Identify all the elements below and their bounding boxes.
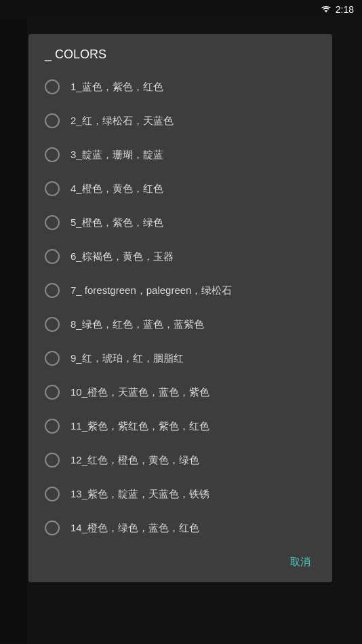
radio-button: [45, 453, 60, 468]
radio-button: [45, 79, 60, 94]
color-item[interactable]: 14_橙色，绿色，蓝色，红色: [28, 511, 332, 545]
radio-button: [45, 520, 60, 535]
color-label: 13_紫色，靛蓝，天蓝色，铁锈: [71, 488, 209, 501]
color-item[interactable]: 10_橙色，天蓝色，蓝色，紫色: [28, 375, 332, 409]
dialog-title: _ COLORS: [28, 34, 332, 70]
color-label: 6_棕褐色，黄色，玉器: [71, 250, 174, 263]
color-label: 14_橙色，绿色，蓝色，红色: [71, 522, 199, 535]
radio-button: [45, 419, 60, 434]
wifi-icon: [321, 5, 331, 14]
radio-button: [45, 181, 60, 196]
radio-button: [45, 283, 60, 298]
radio-button: [45, 487, 60, 501]
color-item[interactable]: 11_紫色，紫红色，紫色，红色: [28, 409, 332, 443]
color-label: 9_红，琥珀，红，胭脂红: [71, 352, 184, 365]
color-label: 10_橙色，天蓝色，蓝色，紫色: [71, 386, 209, 399]
color-item[interactable]: 9_红，琥珀，红，胭脂红: [28, 341, 332, 375]
dialog-footer: 取消: [28, 545, 332, 582]
radio-button: [45, 317, 60, 332]
color-item[interactable]: 12_红色，橙色，黄色，绿色: [28, 443, 332, 477]
color-item[interactable]: 2_红，绿松石，天蓝色: [28, 104, 332, 138]
color-label: 4_橙色，黄色，红色: [71, 183, 163, 195]
color-item[interactable]: 7_ forestgreen，palegreen，绿松石: [28, 273, 332, 307]
color-item[interactable]: 6_棕褐色，黄色，玉器: [28, 240, 332, 273]
color-item[interactable]: 4_橙色，黄色，红色: [28, 172, 332, 206]
color-label: 11_紫色，紫红色，紫色，红色: [71, 420, 209, 433]
radio-button: [45, 215, 60, 230]
svg-marker-0: [324, 10, 327, 12]
radio-button: [45, 351, 60, 366]
color-item[interactable]: 1_蓝色，紫色，红色: [28, 70, 332, 104]
color-label: 8_绿色，红色，蓝色，蓝紫色: [71, 318, 204, 331]
colors-list[interactable]: 1_蓝色，紫色，红色2_红，绿松石，天蓝色3_靛蓝，珊瑚，靛蓝4_橙色，黄色，红…: [28, 70, 332, 545]
color-item[interactable]: 13_紫色，靛蓝，天蓝色，铁锈: [28, 477, 332, 511]
color-label: 5_橙色，紫色，绿色: [71, 216, 163, 229]
color-item[interactable]: 5_橙色，紫色，绿色: [28, 206, 332, 240]
color-label: 3_靛蓝，珊瑚，靛蓝: [71, 149, 163, 162]
color-label: 7_ forestgreen，palegreen，绿松石: [71, 284, 232, 297]
colors-dialog: _ COLORS 1_蓝色，紫色，红色2_红，绿松石，天蓝色3_靛蓝，珊瑚，靛蓝…: [28, 34, 332, 582]
radio-button: [45, 113, 60, 128]
status-bar: 2:18: [0, 0, 362, 19]
color-label: 12_红色，橙色，黄色，绿色: [71, 454, 199, 467]
radio-button: [45, 385, 60, 400]
color-item[interactable]: 3_靛蓝，珊瑚，靛蓝: [28, 138, 332, 172]
color-item[interactable]: 8_绿色，红色，蓝色，蓝紫色: [28, 307, 332, 341]
radio-button: [45, 249, 60, 264]
cancel-button[interactable]: 取消: [279, 550, 321, 574]
color-label: 2_红，绿松石，天蓝色: [71, 115, 174, 128]
color-label: 1_蓝色，紫色，红色: [71, 81, 163, 94]
radio-button: [45, 147, 60, 162]
status-time: 2:18: [336, 4, 354, 15]
